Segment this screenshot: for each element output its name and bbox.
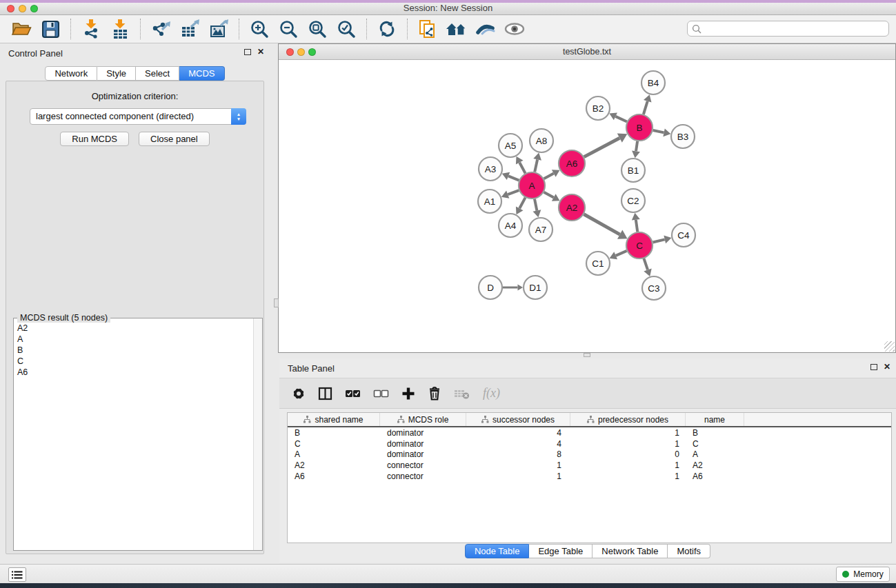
edge-C-C3[interactable] [644,258,651,276]
select-all-icon[interactable] [345,389,361,398]
table-tab-edge-table[interactable]: Edge Table [529,544,593,558]
edge-B-B2[interactable] [609,112,627,121]
edge-A2-C[interactable] [584,214,627,239]
window-resize-grip[interactable] [884,341,895,352]
node-C3[interactable]: C3 [642,276,666,300]
edge-A-A3[interactable] [502,172,519,181]
edge-C-C4[interactable] [653,236,671,244]
network-canvas[interactable]: B4B2BB3A8A5A6A3B1AC2A1A2A4A7C4CC1DC3D1 [279,60,895,352]
edge-C-C2[interactable] [632,213,640,232]
search-input[interactable] [701,22,888,35]
node-B1[interactable]: B1 [621,159,645,182]
export-table-icon[interactable] [177,17,203,41]
float-panel-icon[interactable] [244,49,251,55]
add-row-icon[interactable] [401,387,415,401]
table-tab-node-table[interactable]: Node Table [465,544,530,558]
node-C2[interactable]: C2 [621,189,645,212]
node-A5[interactable]: A5 [499,134,522,157]
mcds-result-item[interactable]: A6 [14,367,252,378]
column-header-mcds-role[interactable]: MCDS role [380,413,466,426]
edge-B-B3[interactable] [653,128,671,136]
table-settings-icon[interactable] [292,387,306,401]
network-maximize-button[interactable] [308,48,316,56]
column-header-name[interactable]: name [686,413,744,426]
export-network-icon[interactable] [148,17,174,41]
search-field[interactable] [687,21,889,37]
houses-icon[interactable] [444,17,470,41]
edge-A-A5[interactable] [516,156,526,173]
node-B4[interactable]: B4 [641,71,665,94]
deselect-all-icon[interactable] [373,389,389,398]
table-tab-network-table[interactable]: Network Table [593,544,668,558]
zoom-in-icon[interactable] [246,17,272,41]
pages-network-icon[interactable] [415,17,441,41]
tab-mcds[interactable]: MCDS [179,66,224,81]
edge-A-A7[interactable] [533,199,541,218]
network-minimize-button[interactable] [297,48,305,56]
table-row[interactable]: A6connector11A6 [288,471,891,482]
mcds-result-item[interactable]: A [14,334,252,345]
node-A8[interactable]: A8 [530,129,553,152]
delete-table-icon[interactable] [454,387,470,401]
minimize-window-button[interactable] [19,5,26,12]
edge-A-A1[interactable] [501,190,519,199]
vertical-split-handle[interactable] [274,298,279,307]
eye-icon[interactable] [501,17,528,41]
node-C1[interactable]: C1 [586,252,610,275]
tab-style[interactable]: Style [97,66,136,81]
node-C[interactable]: C [626,232,653,258]
network-close-button[interactable] [286,48,294,56]
column-header-predecessor-nodes[interactable]: predecessor nodes [570,413,686,426]
mcds-result-item[interactable]: C [14,356,252,367]
maximize-window-button[interactable] [30,5,38,12]
edge-B-B1[interactable] [632,141,640,158]
table-row[interactable]: Cdominator41C [288,438,891,449]
node-B3[interactable]: B3 [671,125,695,148]
optimization-criterion-select[interactable]: largest connected component (directed) ▲… [30,108,246,125]
memory-button[interactable]: Memory [836,567,890,582]
edge-A-A6[interactable] [544,170,560,179]
run-mcds-button[interactable]: Run MCDS [60,132,129,146]
save-session-icon[interactable] [37,17,63,41]
node-A7[interactable]: A7 [529,218,552,241]
node-A1[interactable]: A1 [478,190,501,213]
node-D[interactable]: D [479,276,502,299]
mcds-result-item[interactable]: A2 [14,323,252,334]
zoom-out-icon[interactable] [275,17,301,41]
export-image-icon[interactable] [206,17,232,41]
column-header-shared-name[interactable]: shared name [288,413,380,426]
node-B[interactable]: B [626,114,653,141]
edge-A-A4[interactable] [516,198,526,214]
task-history-button[interactable] [8,567,26,582]
edge-A-A2[interactable] [544,192,560,201]
tab-select[interactable]: Select [136,66,179,81]
graphics-details-icon[interactable] [472,17,499,41]
node-A2[interactable]: A2 [559,194,585,221]
tab-network[interactable]: Network [45,66,97,81]
edge-A-A8[interactable] [533,153,541,172]
float-table-panel-icon[interactable] [870,364,877,370]
equation-builder-icon[interactable]: f(x) [483,386,500,401]
close-table-panel-icon[interactable]: ✕ [884,363,890,370]
open-session-icon[interactable] [8,17,34,41]
zoom-fit-icon[interactable] [304,17,330,41]
network-window-titlebar[interactable]: testGlobe.txt [279,44,895,60]
refresh-network-icon[interactable] [374,17,400,41]
edge-B-B4[interactable] [644,94,652,114]
close-panel-icon[interactable]: ✕ [257,48,264,55]
import-table-icon[interactable] [107,17,133,41]
node-A[interactable]: A [519,172,545,199]
node-A3[interactable]: A3 [479,157,502,181]
close-window-button[interactable] [7,5,14,12]
import-network-icon[interactable] [78,17,104,41]
table-row[interactable]: Adominator80A [288,449,891,460]
close-panel-button[interactable]: Close panel [139,132,210,146]
horizontal-split-handle[interactable] [584,353,590,357]
node-D1[interactable]: D1 [524,276,547,299]
node-A4[interactable]: A4 [499,214,522,237]
edge-A6-B[interactable] [584,134,628,157]
edge-D-D1[interactable] [503,285,523,291]
delete-rows-icon[interactable] [428,386,441,401]
table-tab-motifs[interactable]: Motifs [668,544,710,558]
table-row[interactable]: Bdominator41B [288,427,891,438]
